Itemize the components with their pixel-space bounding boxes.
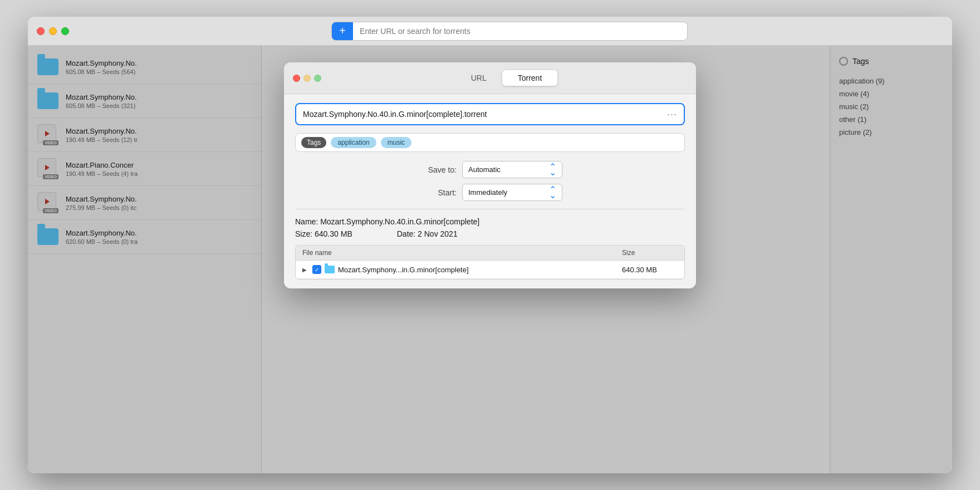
- checkmark-icon: ✓: [315, 267, 319, 273]
- torrent-info-name: Name: Mozart.Symphony.No.40.in.G.minor[c…: [295, 217, 685, 226]
- modal-close-button[interactable]: [293, 75, 300, 82]
- tags-badge: Tags: [301, 137, 326, 148]
- title-bar: +: [28, 17, 952, 46]
- search-bar-container: +: [76, 22, 943, 41]
- col-size: Size: [622, 249, 678, 257]
- file-size: 640.30 MB: [622, 266, 678, 274]
- url-input[interactable]: [301, 106, 665, 122]
- save-to-chevron-icon: ⌃⌄: [549, 164, 556, 175]
- file-table-header: File name Size: [296, 246, 684, 261]
- add-torrent-button[interactable]: +: [332, 22, 353, 41]
- start-value: Immediately: [468, 188, 545, 197]
- name-label-text: Name:: [295, 217, 320, 226]
- date-info: Date: 2 Nov 2021: [397, 229, 458, 238]
- file-checkbox[interactable]: ✓: [312, 265, 321, 274]
- traffic-lights: [37, 27, 69, 35]
- modal-dialog: URL Torrent ··· Tags application: [284, 62, 696, 288]
- app-window: + Mozart.Symphony.No. 605.08 MB – Seeds …: [28, 17, 952, 473]
- divider: [295, 209, 685, 209]
- start-label: Start:: [418, 188, 457, 197]
- tag-pill-music[interactable]: music: [381, 137, 411, 148]
- start-row: Start: Immediately ⌃⌄: [295, 184, 685, 201]
- file-folder-icon: [325, 266, 335, 273]
- tab-torrent[interactable]: Torrent: [502, 70, 558, 86]
- file-table: File name Size ▶ ✓ Mozart.Symphony...in.…: [295, 245, 685, 280]
- modal-body: ··· Tags application music Save to: Auto…: [284, 94, 696, 288]
- col-file-name: File name: [302, 249, 622, 257]
- modal-tabs: URL Torrent: [326, 70, 687, 86]
- expand-icon[interactable]: ▶: [302, 267, 309, 273]
- file-name: Mozart.Symphony...in.G.minor[complete]: [338, 266, 619, 274]
- tags-row: Tags application music: [295, 133, 685, 152]
- search-input[interactable]: [353, 27, 687, 36]
- modal-minimize-button[interactable]: [303, 75, 311, 82]
- start-chevron-icon: ⌃⌄: [549, 187, 556, 198]
- search-bar: +: [331, 22, 688, 41]
- modal-overlay: URL Torrent ··· Tags application: [28, 46, 952, 473]
- start-select[interactable]: Immediately ⌃⌄: [462, 184, 562, 201]
- modal-traffic-lights: [293, 75, 321, 82]
- torrent-info-section: Name: Mozart.Symphony.No.40.in.G.minor[c…: [295, 217, 685, 238]
- modal-maximize-button[interactable]: [314, 75, 321, 82]
- save-to-select[interactable]: Automatic ⌃⌄: [462, 161, 562, 178]
- more-options-button[interactable]: ···: [665, 109, 679, 120]
- modal-titlebar: URL Torrent: [284, 62, 696, 94]
- torrent-info-meta: Size: 640.30 MBDate: 2 Nov 2021: [295, 229, 685, 238]
- main-content: Mozart.Symphony.No. 605.08 MB – Seeds (5…: [28, 46, 952, 473]
- size-info: Size: 640.30 MB: [295, 229, 352, 238]
- minimize-button[interactable]: [49, 27, 57, 35]
- name-value-text: Mozart.Symphony.No.40.in.G.minor[complet…: [320, 217, 479, 226]
- table-row: ▶ ✓ Mozart.Symphony...in.G.minor[complet…: [296, 261, 684, 279]
- save-to-value: Automatic: [468, 165, 545, 174]
- tag-pill-application[interactable]: application: [331, 137, 376, 148]
- maximize-button[interactable]: [61, 27, 69, 35]
- url-input-row: ···: [295, 103, 685, 125]
- save-to-label: Save to:: [418, 165, 457, 174]
- save-to-row: Save to: Automatic ⌃⌄: [295, 161, 685, 178]
- close-button[interactable]: [37, 27, 45, 35]
- tab-url[interactable]: URL: [455, 70, 502, 86]
